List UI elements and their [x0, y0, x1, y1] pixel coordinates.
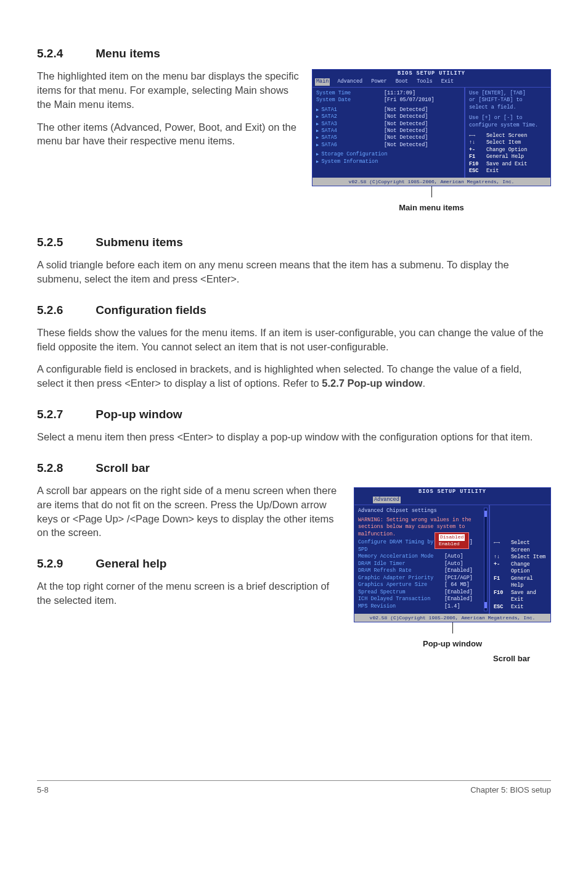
bios1-copyright: v02.58 (C)Copyright 1985-2006, American …: [312, 178, 550, 186]
bios1-sysdate-label: System Date: [316, 97, 384, 104]
heading-528: 5.2.8 Scroll bar: [37, 460, 551, 476]
bios2-row-4[interactable]: Graphic Adapter Priority[PCI/AGP]: [358, 575, 480, 582]
bios2-caption-scroll: Scroll bar: [354, 653, 551, 664]
bios1-row-sysdate[interactable]: System Date [Fri 05/07/2010]: [316, 97, 460, 104]
p-527: Select a menu item then press <Enter> to…: [37, 430, 551, 444]
bios1-sata5[interactable]: SATA5[Not Detected]: [316, 134, 460, 141]
heading-526: 5.2.6 Configuration fields: [37, 302, 551, 318]
p-526-1: These fields show the values for the men…: [37, 326, 551, 354]
footer-page-num: 5-8: [37, 785, 49, 796]
bios2-row-6[interactable]: Spread Spectrum[Enabled]: [358, 589, 480, 596]
bios2-body: Advanced Chipset settings WARNING: Setti…: [354, 505, 550, 614]
bios2-titlebar: BIOS SETUP UTILITY: [354, 488, 550, 497]
heading-527: 5.2.7 Pop-up window: [37, 406, 551, 423]
bios2-tab-advanced[interactable]: Advanced: [373, 497, 401, 504]
bios1-help4: Use [+] or [-] to: [469, 115, 547, 122]
bios2-row-3[interactable]: DRAM Refresh Rate[Enabled]: [358, 567, 480, 574]
bios1-sysinfo[interactable]: System Information: [316, 159, 460, 165]
bios-screenshot-2-wrap: BIOS SETUP UTILITY Advanced Advanced Chi…: [354, 487, 551, 664]
bios2-scrollbar[interactable]: [484, 508, 488, 611]
bios1-titlebar: BIOS SETUP UTILITY: [312, 70, 550, 78]
caption-connector-line: [431, 186, 432, 197]
bios-screenshot-1-wrap: BIOS SETUP UTILITY Main Advanced Power B…: [312, 69, 551, 213]
bios2-navhelp: ←→Select Screen ↑↓Select Item +-Change O…: [494, 540, 547, 611]
bios2-heading: Advanced Chipset settings: [358, 508, 480, 514]
popup-opt-disabled[interactable]: Disabled: [439, 534, 465, 540]
bios1-menubar: Main Advanced Power Boot Tools Exit: [312, 78, 550, 87]
bios1-tab-power[interactable]: Power: [370, 78, 388, 86]
bios1-caption: Main menu items: [312, 202, 551, 213]
heading-524: 5.2.4 Menu items: [37, 46, 551, 62]
bios1-help3: select a field.: [469, 104, 547, 111]
bios1-tab-boot[interactable]: Boot: [394, 78, 409, 86]
bios1-sata3[interactable]: SATA3[Not Detected]: [316, 121, 460, 128]
bios2-caption-popup: Pop-up window: [354, 638, 551, 650]
bios1-right-pane: Use [ENTER], [TAB] or [SHIFT-TAB] to sel…: [464, 88, 550, 178]
scrollbar-thumb-top: [484, 511, 487, 517]
bios1-tab-tools[interactable]: Tools: [415, 78, 434, 86]
p-526-2: A configurable field is enclosed in brac…: [37, 362, 551, 390]
bios1-systime-val: [11:17:09]: [384, 90, 415, 97]
bios1-tab-advanced[interactable]: Advanced: [336, 78, 364, 86]
bios2-row-2[interactable]: DRAM Idle Timer[Auto]: [358, 561, 480, 567]
bios1-help1: Use [ENTER], [TAB]: [469, 90, 547, 97]
bios1-sata6[interactable]: SATA6[Not Detected]: [316, 142, 460, 149]
heading-525: 5.2.5 Submenu items: [37, 234, 551, 250]
bios1-navhelp: ←→Select Screen ↑↓Select Item +-Change O…: [469, 133, 547, 175]
bios2-popup[interactable]: Disabled Enabled: [435, 532, 469, 549]
bios1-help2: or [SHIFT-TAB] to: [469, 97, 547, 104]
bios2-menubar: Advanced: [354, 497, 550, 505]
sectitle-524: Menu items: [96, 47, 160, 60]
bios1-body: System Time [11:17:09] System Date [Fri …: [312, 87, 550, 178]
scrollbar-thumb-bottom: [484, 602, 487, 608]
bios1-sata1[interactable]: SATA1[Not Detected]: [316, 107, 460, 113]
bios1-left-pane: System Time [11:17:09] System Date [Fri …: [312, 88, 464, 178]
bios1-sysdate-val: [Fri 05/07/2010]: [384, 97, 435, 104]
bios1-sata2[interactable]: SATA2[Not Detected]: [316, 113, 460, 120]
footer-chapter: Chapter 5: BIOS setup: [470, 785, 551, 796]
bios-window-1: BIOS SETUP UTILITY Main Advanced Power B…: [312, 69, 551, 186]
bios2-right-pane: ←→Select Screen ↑↓Select Item +-Change O…: [489, 505, 550, 614]
bios1-sata4[interactable]: SATA4[Not Detected]: [316, 128, 460, 134]
bios2-row-1[interactable]: Memory Acceleration Mode[Auto]: [358, 553, 480, 560]
bios1-systime-label: System Time: [316, 90, 384, 97]
bios1-help5: configure system Time.: [469, 122, 547, 129]
caption-line-popup: [452, 622, 453, 633]
bios1-storageconfig[interactable]: Storage Configuration: [316, 151, 460, 158]
page-footer: 5-8 Chapter 5: BIOS setup: [37, 780, 551, 796]
secnum-524: 5.2.4: [37, 46, 92, 62]
bios1-tab-exit[interactable]: Exit: [440, 78, 455, 86]
bios2-caption-block: Pop-up window Scroll bar: [354, 622, 551, 664]
bios2-row-5[interactable]: Graphics Aperture Size[ 64 MB]: [358, 582, 480, 588]
bios2-row-7[interactable]: ICH Delayed Transaction[Enabled]: [358, 596, 480, 603]
bios1-row-systime[interactable]: System Time [11:17:09]: [316, 90, 460, 97]
bios2-left-pane: Advanced Chipset settings WARNING: Setti…: [354, 505, 489, 614]
bios1-tab-main[interactable]: Main: [315, 78, 330, 86]
popup-opt-enabled[interactable]: Enabled: [439, 541, 465, 547]
bios2-copyright: v02.58 (C)Copyright 1985-2006, American …: [354, 614, 550, 622]
bios-window-2: BIOS SETUP UTILITY Advanced Advanced Chi…: [354, 487, 551, 622]
bios2-row-8[interactable]: MPS Revision[1.4]: [358, 603, 480, 610]
p-525: A solid triangle before each item on any…: [37, 258, 551, 286]
